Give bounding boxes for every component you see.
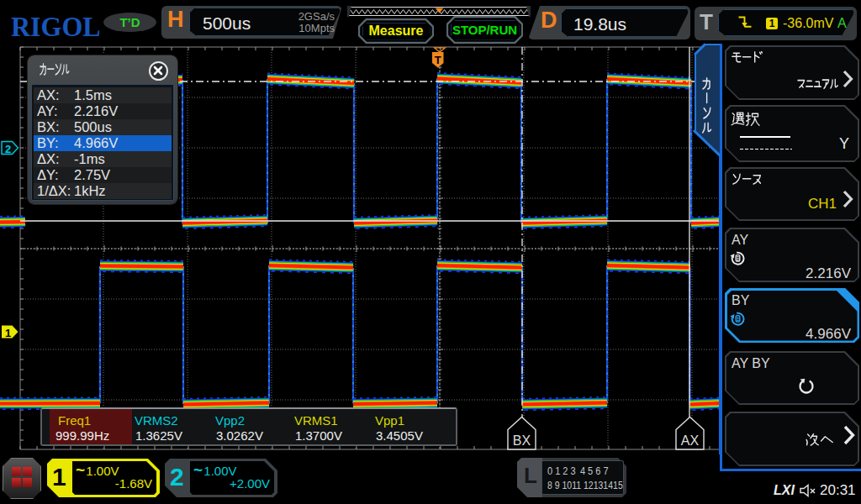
svg-text:AX: AX [681,433,700,448]
svg-text:T: T [435,54,441,66]
svg-text:1: 1 [5,327,11,339]
svg-text:BX: BX [513,433,531,448]
svg-text:2: 2 [5,143,11,155]
